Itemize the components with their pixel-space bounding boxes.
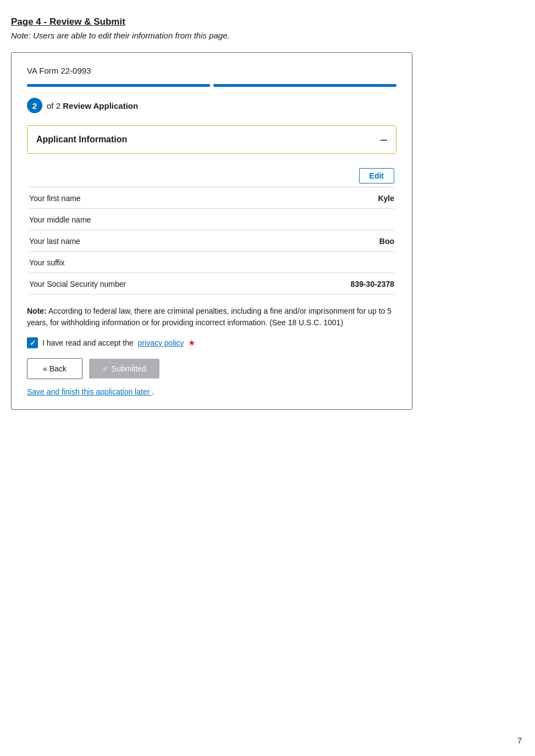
accordion-title: Applicant Information	[36, 135, 127, 144]
step-text: of 2 Review Application	[47, 101, 138, 110]
review-area: Edit Your first name Kyle Your middle na…	[27, 163, 396, 294]
step-total: 2	[56, 101, 60, 110]
back-button[interactable]: « Back	[27, 358, 82, 379]
submitted-label: Submitted	[112, 364, 146, 373]
field-row-lastname: Your last name Boo	[29, 230, 394, 252]
form-title: VA Form 22-0993	[27, 66, 396, 75]
checkbox-label-before: I have read and accept the	[42, 338, 134, 347]
form-card: VA Form 22-0993 2 of 2 Review Applicatio…	[11, 52, 412, 410]
save-link-row: Save and finish this application later .	[27, 387, 396, 396]
field-value-ssn: 839-30-2378	[351, 280, 394, 288]
step-circle: 2	[27, 98, 42, 113]
field-label-lastname: Your last name	[29, 237, 80, 246]
checkbox-label: I have read and accept the privacy polic…	[42, 338, 195, 348]
note-prefix: Note:	[27, 307, 47, 315]
submitted-check-icon: ✓	[102, 365, 108, 373]
save-link-text: Save and finish this application later	[27, 387, 150, 396]
save-link[interactable]: Save and finish this application later	[27, 387, 152, 396]
privacy-checkbox[interactable]: ✓	[27, 337, 38, 348]
progress-segment-2	[213, 84, 396, 87]
accordion-header[interactable]: Applicant Information –	[27, 126, 396, 153]
edit-btn-row: Edit	[29, 163, 394, 187]
note-text: According to federal law, there are crim…	[27, 307, 391, 327]
buttons-row: « Back ✓ Submitted	[27, 358, 396, 379]
page-note: Note: Users are able to edit their infor…	[11, 31, 524, 40]
field-label-middlename: Your middle name	[29, 215, 91, 224]
field-row-ssn: Your Social Security number 839-30-2378	[29, 273, 394, 294]
accordion-toggle-icon[interactable]: –	[380, 134, 387, 146]
field-row-firstname: Your first name Kyle	[29, 187, 394, 209]
save-link-period: .	[152, 387, 154, 396]
submitted-button: ✓ Submitted	[89, 359, 159, 379]
required-star: ★	[188, 338, 195, 347]
checkbox-row: ✓ I have read and accept the privacy pol…	[27, 337, 396, 348]
note-section: Note: According to federal law, there ar…	[27, 305, 396, 329]
field-row-middlename: Your middle name	[29, 209, 394, 230]
field-label-suffix: Your suffix	[29, 258, 65, 267]
field-value-lastname: Boo	[379, 237, 394, 246]
field-value-firstname: Kyle	[378, 194, 394, 203]
field-row-suffix: Your suffix	[29, 252, 394, 273]
field-label-firstname: Your first name	[29, 194, 81, 203]
progress-bar	[27, 84, 396, 87]
page-title: Page 4 - Review & Submit	[11, 16, 524, 27]
step-indicator: 2 of 2 Review Application	[27, 98, 396, 113]
step-label: Review Application	[63, 101, 138, 110]
privacy-policy-link[interactable]: privacy policy	[138, 338, 184, 347]
progress-segment-1	[27, 84, 210, 87]
field-label-ssn: Your Social Security number	[29, 280, 126, 288]
accordion-section[interactable]: Applicant Information –	[27, 125, 396, 154]
checkbox-check-icon: ✓	[30, 340, 36, 347]
edit-button[interactable]: Edit	[359, 168, 394, 184]
